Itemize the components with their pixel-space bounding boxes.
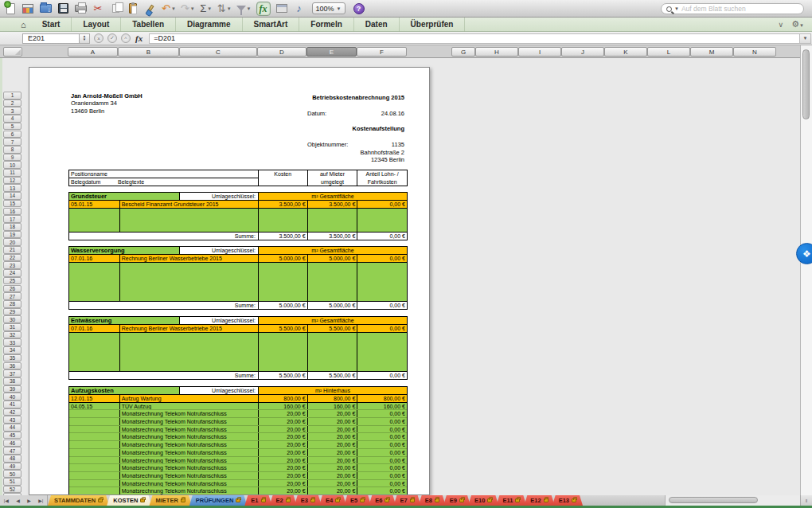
document-title[interactable]: Betriebskostenabrechnung 2015 — [312, 94, 404, 101]
belegtext-cell[interactable]: Monatsrechnung Telekom Notrufanschluss — [119, 480, 258, 487]
row-header-9[interactable]: 9 — [3, 154, 21, 162]
anteil-cell[interactable]: 0,00 € — [357, 426, 407, 433]
insert-function-button[interactable]: fx — [135, 33, 142, 43]
summe-label[interactable]: Summe: — [69, 233, 258, 240]
row-header-5[interactable]: 5 — [3, 123, 21, 131]
column-header-H[interactable]: H — [475, 47, 518, 57]
anteil-cell[interactable]: 800,00 € — [357, 395, 407, 402]
formula-input[interactable]: =D201 — [149, 33, 800, 44]
summe-kosten[interactable]: 5.500,00 € — [258, 372, 307, 379]
umgelegt-cell[interactable]: 20,00 € — [307, 480, 357, 487]
empty-cell[interactable] — [307, 333, 357, 372]
row-header-14[interactable]: 14 — [3, 192, 21, 200]
home-icon[interactable]: ⌂ — [21, 20, 26, 29]
row-header-11[interactable]: 11 — [3, 169, 21, 177]
umgelegt-cell[interactable]: 20,00 € — [307, 449, 357, 456]
sender-block[interactable]: Jan Arnold-Moßell GmbH Oraniendamm 34 13… — [71, 92, 142, 115]
row-header-17[interactable]: 17 — [3, 215, 21, 223]
select-all-corner[interactable] — [3, 47, 22, 57]
sort-button-dropdown-icon[interactable]: ▼ — [227, 6, 232, 11]
empty-cell[interactable] — [357, 263, 407, 302]
umgelegt-cell[interactable]: 20,00 € — [307, 457, 357, 464]
belegtext-cell[interactable]: Monatsrechnung Telekom Notrufanschluss — [119, 441, 258, 448]
umgelegt-cell[interactable]: 160,00 € — [307, 403, 357, 410]
kosten-cell[interactable]: 3.500,00 € — [258, 201, 307, 208]
anteil-cell[interactable]: 0,00 € — [357, 433, 407, 440]
ribbon-tab-layout[interactable]: Layout — [72, 18, 121, 32]
anteil-cell[interactable]: 0,00 € — [357, 457, 407, 464]
anteil-cell[interactable]: 0,00 € — [357, 410, 407, 417]
filter-button-dropdown-icon[interactable]: ▼ — [247, 6, 252, 11]
search-scope-dropdown-icon[interactable]: ▼ — [674, 6, 679, 11]
row-header-40[interactable]: 40 — [3, 393, 21, 401]
row-header-6[interactable]: 6 — [3, 131, 21, 139]
row-header-16[interactable]: 16 — [3, 208, 21, 216]
template-gallery-button[interactable] — [21, 2, 34, 16]
date-label[interactable]: Datum: — [307, 110, 326, 117]
belegdatum-cell[interactable] — [69, 410, 119, 417]
sheet-tab-e5[interactable]: E5 — [344, 495, 371, 506]
previous-sheet-button[interactable]: ◀ — [16, 498, 20, 503]
belegdatum-cell[interactable]: 05.01.15 — [69, 201, 119, 208]
row-header-23[interactable]: 23 — [3, 261, 21, 269]
umgelegt-cell[interactable]: 20,00 € — [307, 418, 357, 425]
row-header-34[interactable]: 34 — [3, 346, 21, 354]
belegtext-cell[interactable]: Monatsrechnung Telekom Notrufanschluss — [119, 464, 258, 471]
row-header-20[interactable]: 20 — [3, 238, 21, 246]
empty-cell[interactable] — [119, 333, 258, 372]
column-header-N[interactable]: N — [733, 47, 776, 57]
row-header-48[interactable]: 48 — [3, 455, 21, 463]
row-header-25[interactable]: 25 — [3, 277, 21, 285]
row-header-10[interactable]: 10 — [3, 161, 21, 169]
summe-anteil[interactable]: 0,00 € — [357, 302, 407, 309]
sheet-tab-kosten[interactable]: KOSTEN — [107, 495, 151, 506]
row-header-13[interactable]: 13 — [3, 184, 21, 192]
belegdatum-cell[interactable] — [69, 441, 119, 448]
kosten-cell[interactable]: 20,00 € — [258, 487, 307, 494]
umgelegt-cell[interactable]: 20,00 € — [307, 487, 357, 494]
object-city[interactable]: 12345 Berlin — [371, 156, 404, 163]
belegtext-cell[interactable]: Monatsrechnung Telekom Notrufanschluss — [119, 449, 258, 456]
kosten-cell[interactable]: 20,00 € — [258, 449, 307, 456]
kosten-cell[interactable]: 800,00 € — [258, 395, 307, 402]
section-name[interactable]: Entwässerung — [69, 317, 179, 324]
sheet-tab-e1[interactable]: E1 — [244, 495, 271, 506]
kosten-cell[interactable]: 160,00 € — [258, 403, 307, 410]
row-header-42[interactable]: 42 — [3, 408, 21, 416]
kosten-cell[interactable]: 20,00 € — [258, 441, 307, 448]
save-button[interactable] — [57, 2, 69, 16]
empty-cell[interactable] — [119, 263, 258, 302]
anteil-cell[interactable]: 0,00 € — [357, 201, 407, 208]
row-header-12[interactable]: 12 — [3, 177, 21, 185]
belegtext-cell[interactable]: Monatsrechnung Telekom Notrufanschluss — [119, 457, 258, 464]
column-header-M[interactable]: M — [690, 47, 733, 57]
belegtext-cell[interactable]: Monatsrechnung Telekom Notrufanschluss — [119, 433, 258, 440]
ribbon-tab-überprüfen[interactable]: Überprüfen — [400, 18, 466, 32]
umgelegt-cell[interactable]: 5.500,00 € — [307, 325, 357, 332]
column-header-I[interactable]: I — [518, 47, 561, 57]
confirm-entry-button[interactable]: ✓ — [107, 33, 117, 43]
ribbon-tab-tabellen[interactable]: Tabellen — [121, 18, 176, 32]
row-header-18[interactable]: 18 — [3, 223, 21, 231]
belegdatum-cell[interactable] — [69, 457, 119, 464]
row-header-15[interactable]: 15 — [3, 200, 21, 208]
header-positionsname[interactable]: Positionsname — [69, 170, 258, 178]
header-auf-mieter-umgelegt[interactable]: auf Mieter umgelegt — [307, 170, 357, 186]
column-header-B[interactable]: B — [118, 47, 179, 57]
row-header-32[interactable]: 32 — [3, 331, 21, 339]
umlageschluessel-label[interactable]: Umlageschlüssel: — [179, 247, 258, 254]
help-button[interactable]: ? — [353, 3, 365, 14]
sheet-tab-e13[interactable]: E13 — [552, 495, 583, 506]
dropbox-badge-icon[interactable]: ❖ — [796, 243, 812, 264]
summe-label[interactable]: Summe: — [69, 302, 258, 309]
column-header-K[interactable]: K — [604, 47, 647, 57]
row-header-43[interactable]: 43 — [3, 416, 21, 424]
belegdatum-cell[interactable] — [69, 449, 119, 456]
kosten-cell[interactable]: 20,00 € — [258, 410, 307, 417]
filter-button[interactable]: ▼ — [236, 2, 252, 16]
column-header-F[interactable]: F — [357, 47, 407, 57]
object-number-label[interactable]: Objektnummer: — [307, 141, 348, 148]
redo-button-dropdown-icon[interactable]: ▼ — [190, 6, 195, 11]
column-header-D[interactable]: D — [257, 47, 306, 57]
belegtext-cell[interactable]: Monatsrechnung Telekom Notrufanschluss — [119, 472, 258, 479]
